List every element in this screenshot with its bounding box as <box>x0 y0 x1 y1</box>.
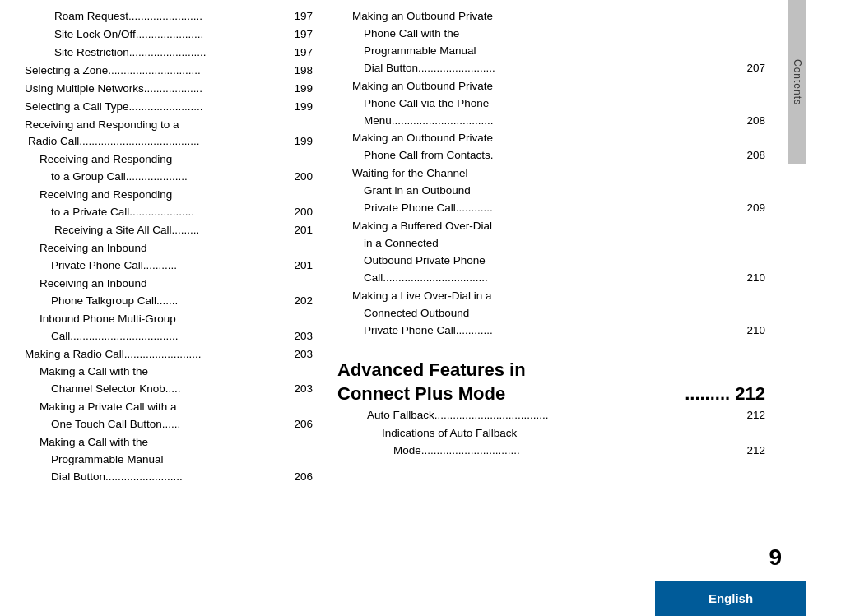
toc-entry-inbound-talkgroup: Receiving an Inbound Phone Talkgroup Cal… <box>25 276 313 310</box>
toc-entry-making-radio-call: Making a Radio Call.....................… <box>25 346 313 364</box>
toc-entry-recv-respond-radio: Receiving and Responding to a Radio Call… <box>25 117 313 151</box>
section-heading-advanced-features: Advanced Features in Connect Plus Mode .… <box>337 358 765 406</box>
toc-entry-site-all-call: Receiving a Site All Call......... 201 <box>25 222 313 239</box>
toc-entry-inbound-private: Receiving an Inbound Private Phone Call.… <box>25 240 313 275</box>
toc-entry-outbound-phone-menu: Making an Outbound Private Phone Call vi… <box>337 78 765 130</box>
toc-entry-site-restriction: Site Restriction........................… <box>25 44 313 62</box>
toc-entry-live-over-dial: Making a Live Over-Dial in a Connected O… <box>337 288 765 340</box>
section-title-page: ......... 212 <box>685 382 765 406</box>
section-title-line1: Advanced Features in <box>337 358 765 382</box>
toc-entry-call-type: Selecting a Call Type...................… <box>25 99 313 116</box>
toc-entry-auto-fallback-indications: Indications of Auto Fallback Mode.......… <box>337 425 765 460</box>
toc-entry-roam-request: Roam Request........................ 197 <box>25 8 313 25</box>
toc-entry-inbound-multi-group: Inbound Phone Multi-Group Call..........… <box>25 311 313 345</box>
right-column: Contents Making an Outbound Private Phon… <box>329 0 806 616</box>
page-container: Roam Request........................ 197… <box>0 0 841 616</box>
toc-entry-selecting-zone: Selecting a Zone........................… <box>25 63 313 80</box>
toc-entry-one-touch: Making a Private Call with a One Touch C… <box>25 399 313 433</box>
toc-entry-recv-group-call: Receiving and Responding to a Group Call… <box>25 151 313 186</box>
toc-entry-channel-grant: Waiting for the Channel Grant in an Outb… <box>337 165 765 217</box>
contents-sidebar: Contents <box>788 0 806 164</box>
toc-entry-multiple-networks: Using Multiple Networks.................… <box>25 81 313 98</box>
left-column: Roam Request........................ 197… <box>0 0 329 616</box>
toc-entry-outbound-prog-manual: Making an Outbound Private Phone Call wi… <box>337 8 765 77</box>
toc-entry-auto-fallback: Auto Fallback...........................… <box>337 407 765 424</box>
section-title-line2: Connect Plus Mode <box>337 382 505 406</box>
english-button[interactable]: English <box>655 581 806 616</box>
contents-label: Contents <box>792 59 803 105</box>
toc-entry-buffered-over-dial: Making a Buffered Over-Dial in a Connect… <box>337 218 765 287</box>
page-number: 9 <box>769 544 782 571</box>
toc-entry-channel-selector: Making a Call with the Channel Selector … <box>25 364 313 398</box>
toc-entry-site-lock: Site Lock On/Off...................... 1… <box>25 26 313 44</box>
toc-entry-programmable-manual-left: Making a Call with the Programmable Manu… <box>25 434 313 486</box>
toc-entry-outbound-contacts: Making an Outbound Private Phone Call fr… <box>337 130 765 164</box>
toc-entry-recv-private-call: Receiving and Responding to a Private Ca… <box>25 187 313 221</box>
